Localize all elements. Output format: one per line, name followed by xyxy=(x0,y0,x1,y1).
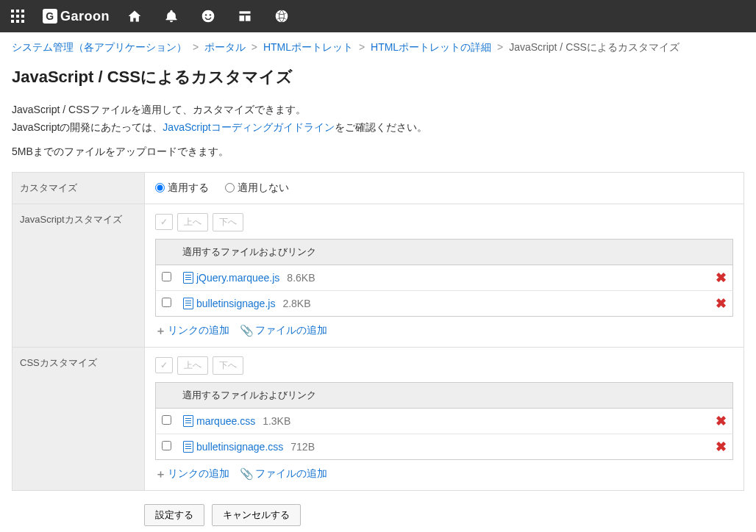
plus-icon: ＋ xyxy=(155,324,166,338)
css-add-file-button[interactable]: 📎ファイルの追加 xyxy=(240,467,327,481)
breadcrumb-sep: > xyxy=(252,41,257,53)
row-js-customize: JavaScriptカスタマイズ ✓ 上へ 下へ 適用するファイルおよびリンク … xyxy=(13,204,744,347)
bell-icon[interactable] xyxy=(160,4,183,28)
delete-icon[interactable]: ✖ xyxy=(716,296,727,311)
css-move-down-button[interactable]: 下へ xyxy=(213,356,243,375)
breadcrumb-sep: > xyxy=(193,41,199,53)
css-file-checkbox-0[interactable] xyxy=(162,415,171,425)
js-add-link-button[interactable]: ＋リンクの追加 xyxy=(155,324,229,338)
js-move-down-button[interactable]: 下へ xyxy=(213,213,243,231)
css-check-all-button[interactable]: ✓ xyxy=(155,357,173,373)
js-check-all-button[interactable]: ✓ xyxy=(155,214,173,230)
js-move-up-button[interactable]: 上へ xyxy=(177,213,208,231)
css-toolbar: ✓ 上へ 下へ xyxy=(155,356,733,375)
breadcrumb-item-3[interactable]: HTMLポートレットの詳細 xyxy=(371,41,491,53)
top-bar: G Garoon xyxy=(0,0,756,32)
footer-buttons: 設定する キャンセルする xyxy=(12,504,744,526)
css-file-table: 適用するファイルおよびリンク marquee.css1.3KB ✖ bullet… xyxy=(155,382,733,460)
js-add-file-button[interactable]: 📎ファイルの追加 xyxy=(240,324,327,337)
smile-icon[interactable] xyxy=(196,4,220,28)
breadcrumb-current: JavaScript / CSSによるカスタマイズ xyxy=(509,41,680,53)
clip-icon: 📎 xyxy=(240,467,254,481)
breadcrumb-sep: > xyxy=(497,41,503,53)
js-file-table: 適用するファイルおよびリンク jQuery.marquee.js8.6KB ✖ … xyxy=(155,239,733,317)
js-file-size-0: 8.6KB xyxy=(287,272,315,284)
cancel-button[interactable]: キャンセルする xyxy=(212,504,301,526)
svg-point-9 xyxy=(202,10,215,23)
upload-note: 5MBまでのファイルをアップロードできます。 xyxy=(12,145,744,159)
file-icon xyxy=(183,298,193,309)
js-file-link-1[interactable]: bulletinsignage.js xyxy=(196,298,275,309)
js-file-link-0[interactable]: jQuery.marquee.js xyxy=(196,272,279,284)
js-toolbar: ✓ 上へ 下へ xyxy=(155,213,733,231)
css-table-header: 適用するファイルおよびリンク xyxy=(156,382,733,408)
css-add-link-button[interactable]: ＋リンクの追加 xyxy=(155,467,229,481)
svg-point-10 xyxy=(205,14,207,15)
svg-rect-14 xyxy=(246,15,251,21)
breadcrumb-item-2[interactable]: HTMLポートレット xyxy=(263,41,353,53)
table-row: bulletinsignage.css712B ✖ xyxy=(156,434,733,459)
js-file-size-1: 2.8KB xyxy=(282,298,310,309)
delete-icon[interactable]: ✖ xyxy=(716,439,727,454)
js-add-row: ＋リンクの追加 📎ファイルの追加 xyxy=(155,324,733,338)
row-css-customize: CSSカスタマイズ ✓ 上へ 下へ 適用するファイルおよびリンク marquee… xyxy=(13,347,744,490)
css-file-checkbox-1[interactable] xyxy=(162,441,171,450)
js-file-checkbox-0[interactable] xyxy=(162,272,171,281)
svg-rect-5 xyxy=(21,15,24,18)
content: JavaScript / CSSによるカスタマイズ JavaScript / C… xyxy=(0,63,756,532)
intro-line1: JavaScript / CSSファイルを適用して、カスタマイズできます。 xyxy=(12,101,744,119)
breadcrumb-item-0[interactable]: システム管理（各アプリケーション） xyxy=(12,41,187,53)
intro-text: JavaScript / CSSファイルを適用して、カスタマイズできます。 Ja… xyxy=(12,101,744,137)
layout-icon[interactable] xyxy=(233,4,257,28)
svg-rect-3 xyxy=(11,15,14,18)
svg-rect-13 xyxy=(240,15,245,21)
page-title: JavaScript / CSSによるカスタマイズ xyxy=(12,66,744,88)
svg-rect-4 xyxy=(16,15,19,18)
label-js-customize: JavaScriptカスタマイズ xyxy=(13,204,145,347)
submit-button[interactable]: 設定する xyxy=(144,504,204,526)
home-icon[interactable] xyxy=(123,4,146,28)
apply-off-label[interactable]: 適用しない xyxy=(225,181,289,193)
file-icon xyxy=(183,441,193,453)
table-row: bulletinsignage.js2.8KB ✖ xyxy=(156,290,733,316)
table-row: jQuery.marquee.js8.6KB ✖ xyxy=(156,265,733,290)
apply-radio-group: 適用する 適用しない xyxy=(155,181,733,195)
apply-on-label[interactable]: 適用する xyxy=(155,181,209,193)
label-customize: カスタマイズ xyxy=(13,172,145,204)
css-file-link-0[interactable]: marquee.css xyxy=(196,415,255,427)
file-icon xyxy=(183,272,193,284)
logo-g-icon: G xyxy=(43,9,57,24)
svg-rect-1 xyxy=(16,10,19,12)
js-file-checkbox-1[interactable] xyxy=(162,298,171,307)
table-row: marquee.css1.3KB ✖ xyxy=(156,408,733,434)
row-customize: カスタマイズ 適用する 適用しない xyxy=(13,172,744,204)
label-css-customize: CSSカスタマイズ xyxy=(13,347,145,490)
svg-point-15 xyxy=(276,10,288,23)
apps-icon[interactable] xyxy=(6,4,29,28)
settings-table: カスタマイズ 適用する 適用しない JavaScriptカスタマイズ ✓ 上へ … xyxy=(12,172,744,491)
apply-off-radio[interactable] xyxy=(225,183,235,193)
plus-icon: ＋ xyxy=(155,467,166,481)
breadcrumb-sep: > xyxy=(359,41,365,53)
css-move-up-button[interactable]: 上へ xyxy=(177,356,208,375)
product-name: Garoon xyxy=(60,9,110,24)
breadcrumb-item-1[interactable]: ポータル xyxy=(204,41,246,53)
apply-on-radio[interactable] xyxy=(155,183,165,193)
svg-point-11 xyxy=(210,14,211,15)
delete-icon[interactable]: ✖ xyxy=(716,270,727,285)
js-table-header: 適用するファイルおよびリンク xyxy=(156,239,733,265)
clip-icon: 📎 xyxy=(240,324,254,337)
file-icon xyxy=(183,415,193,427)
breadcrumb: システム管理（各アプリケーション） > ポータル > HTMLポートレット > … xyxy=(0,32,756,63)
css-file-link-1[interactable]: bulletinsignage.css xyxy=(196,441,283,453)
svg-rect-12 xyxy=(240,11,251,13)
guideline-link[interactable]: JavaScriptコーディングガイドライン xyxy=(163,121,334,133)
css-file-size-1: 712B xyxy=(290,441,315,453)
delete-icon[interactable]: ✖ xyxy=(716,414,727,428)
css-file-size-0: 1.3KB xyxy=(263,415,290,427)
svg-rect-7 xyxy=(16,20,19,23)
globe-icon[interactable] xyxy=(270,4,293,28)
product-logo[interactable]: G Garoon xyxy=(43,9,110,24)
css-add-row: ＋リンクの追加 📎ファイルの追加 xyxy=(155,467,733,481)
svg-rect-0 xyxy=(11,10,14,12)
